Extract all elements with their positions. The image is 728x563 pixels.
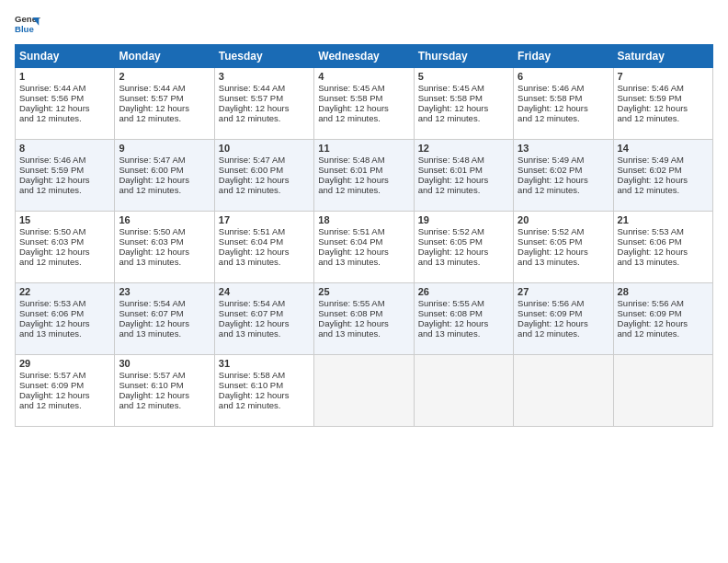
day-info: Sunset: 6:04 PM xyxy=(318,236,409,247)
day-info: and 13 minutes. xyxy=(219,328,310,339)
day-info: Sunset: 6:09 PM xyxy=(19,380,110,390)
day-number: 2 xyxy=(119,71,210,82)
day-info: Sunrise: 5:44 AM xyxy=(119,83,210,93)
day-number: 12 xyxy=(418,143,509,154)
day-number: 31 xyxy=(219,358,310,369)
day-number: 3 xyxy=(219,71,310,82)
day-cell: 20Sunrise: 5:52 AMSunset: 6:05 PMDayligh… xyxy=(514,212,613,283)
week-row-5: 29Sunrise: 5:57 AMSunset: 6:09 PMDayligh… xyxy=(16,355,713,427)
day-cell: 3Sunrise: 5:44 AMSunset: 5:57 PMDaylight… xyxy=(214,68,313,140)
day-cell: 5Sunrise: 5:45 AMSunset: 5:58 PMDaylight… xyxy=(414,68,513,140)
day-info: Daylight: 12 hours xyxy=(119,247,210,257)
header-thursday: Thursday xyxy=(414,45,513,68)
day-info: Sunset: 6:00 PM xyxy=(119,165,210,175)
day-info: Sunrise: 5:53 AM xyxy=(618,226,709,236)
svg-text:Blue: Blue xyxy=(15,24,34,34)
logo: General Blue xyxy=(15,11,40,37)
day-number: 16 xyxy=(119,214,210,225)
day-number: 15 xyxy=(19,214,110,225)
day-info: Sunrise: 5:46 AM xyxy=(618,83,709,93)
day-info: Daylight: 12 hours xyxy=(318,175,409,185)
day-info: Sunset: 5:56 PM xyxy=(19,93,110,103)
day-info: Sunrise: 5:54 AM xyxy=(119,298,210,308)
day-cell: 9Sunrise: 5:47 AMSunset: 6:00 PMDaylight… xyxy=(115,140,214,212)
day-cell: 12Sunrise: 5:48 AMSunset: 6:01 PMDayligh… xyxy=(414,140,513,212)
day-info: Daylight: 12 hours xyxy=(119,103,210,113)
day-info: Daylight: 12 hours xyxy=(219,390,310,400)
day-info: Sunrise: 5:44 AM xyxy=(219,83,310,93)
day-info: Daylight: 12 hours xyxy=(19,318,110,328)
day-info: Daylight: 12 hours xyxy=(418,247,509,257)
day-number: 11 xyxy=(318,143,409,154)
day-info: Sunset: 6:03 PM xyxy=(119,236,210,247)
day-number: 1 xyxy=(19,71,110,82)
day-info: Daylight: 12 hours xyxy=(219,103,310,113)
header-row: SundayMondayTuesdayWednesdayThursdayFrid… xyxy=(16,45,713,68)
day-info: Daylight: 12 hours xyxy=(418,175,509,185)
day-number: 6 xyxy=(518,71,609,82)
day-info: Sunset: 6:01 PM xyxy=(318,165,409,175)
day-cell: 13Sunrise: 5:49 AMSunset: 6:02 PMDayligh… xyxy=(514,140,613,212)
day-info: Daylight: 12 hours xyxy=(19,103,110,113)
day-info: Sunset: 6:10 PM xyxy=(119,380,210,390)
day-info: Sunset: 5:58 PM xyxy=(418,93,509,103)
day-info: Daylight: 12 hours xyxy=(318,103,409,113)
day-info: and 12 minutes. xyxy=(119,400,210,410)
day-info: and 13 minutes. xyxy=(219,257,310,267)
day-info: Sunrise: 5:56 AM xyxy=(518,298,609,308)
logo-icon: General Blue xyxy=(15,11,40,37)
day-info: Daylight: 12 hours xyxy=(418,103,509,113)
day-info: and 12 minutes. xyxy=(19,400,110,410)
day-cell: 24Sunrise: 5:54 AMSunset: 6:07 PMDayligh… xyxy=(214,283,313,355)
week-row-2: 8Sunrise: 5:46 AMSunset: 5:59 PMDaylight… xyxy=(16,140,713,212)
day-info: and 13 minutes. xyxy=(119,328,210,339)
header-saturday: Saturday xyxy=(613,45,712,68)
day-info: and 12 minutes. xyxy=(518,328,609,339)
day-number: 10 xyxy=(219,143,310,154)
day-info: Sunset: 6:08 PM xyxy=(418,308,509,318)
day-info: Daylight: 12 hours xyxy=(119,390,210,400)
day-cell: 4Sunrise: 5:45 AMSunset: 5:58 PMDaylight… xyxy=(314,68,414,140)
day-cell: 29Sunrise: 5:57 AMSunset: 6:09 PMDayligh… xyxy=(16,355,115,427)
day-number: 28 xyxy=(618,286,709,297)
day-cell xyxy=(613,355,712,427)
day-info: Daylight: 12 hours xyxy=(219,175,310,185)
week-row-4: 22Sunrise: 5:53 AMSunset: 6:06 PMDayligh… xyxy=(16,283,713,355)
day-number: 4 xyxy=(318,71,409,82)
day-info: Sunrise: 5:49 AM xyxy=(618,155,709,165)
day-info: Sunset: 6:02 PM xyxy=(518,165,609,175)
day-info: Sunrise: 5:49 AM xyxy=(518,155,609,165)
day-info: Sunrise: 5:51 AM xyxy=(219,226,310,236)
day-info: and 13 minutes. xyxy=(318,257,409,267)
day-info: and 12 minutes. xyxy=(219,185,310,195)
day-number: 24 xyxy=(219,286,310,297)
day-number: 9 xyxy=(119,143,210,154)
day-cell: 31Sunrise: 5:58 AMSunset: 6:10 PMDayligh… xyxy=(214,355,313,427)
day-info: Daylight: 12 hours xyxy=(318,247,409,257)
day-info: Sunrise: 5:48 AM xyxy=(418,155,509,165)
day-number: 18 xyxy=(318,214,409,225)
day-number: 29 xyxy=(19,358,110,369)
day-info: Sunrise: 5:56 AM xyxy=(618,298,709,308)
day-info: Daylight: 12 hours xyxy=(618,318,709,328)
day-info: Sunrise: 5:46 AM xyxy=(19,155,110,165)
day-info: Daylight: 12 hours xyxy=(518,175,609,185)
day-cell: 30Sunrise: 5:57 AMSunset: 6:10 PMDayligh… xyxy=(115,355,214,427)
day-info: Sunset: 5:57 PM xyxy=(219,93,310,103)
day-cell: 11Sunrise: 5:48 AMSunset: 6:01 PMDayligh… xyxy=(314,140,414,212)
day-info: Sunrise: 5:54 AM xyxy=(219,298,310,308)
day-info: and 12 minutes. xyxy=(19,185,110,195)
day-info: Daylight: 12 hours xyxy=(19,175,110,185)
day-info: Sunrise: 5:55 AM xyxy=(318,298,409,308)
day-cell: 26Sunrise: 5:55 AMSunset: 6:08 PMDayligh… xyxy=(414,283,513,355)
day-info: Sunrise: 5:53 AM xyxy=(19,298,110,308)
day-info: Sunrise: 5:46 AM xyxy=(518,83,609,93)
day-info: and 12 minutes. xyxy=(318,113,409,123)
day-info: and 13 minutes. xyxy=(618,257,709,267)
day-info: and 12 minutes. xyxy=(518,113,609,123)
day-number: 26 xyxy=(418,286,509,297)
day-info: Sunrise: 5:55 AM xyxy=(418,298,509,308)
day-info: Daylight: 12 hours xyxy=(119,318,210,328)
day-info: and 12 minutes. xyxy=(418,185,509,195)
day-info: Sunrise: 5:57 AM xyxy=(119,370,210,380)
